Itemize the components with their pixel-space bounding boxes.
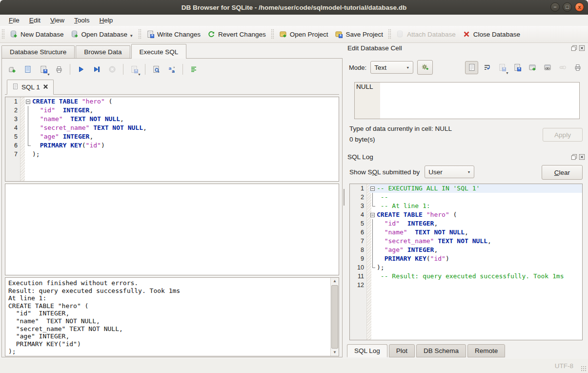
dock-tab-remote[interactable]: Remote: [467, 344, 505, 357]
tab-execute-sql[interactable]: Execute SQL: [131, 44, 187, 59]
chevron-down-icon[interactable]: ▼: [138, 73, 141, 76]
toolbar-handle[interactable]: [388, 29, 391, 40]
menu-tools[interactable]: Tools: [69, 16, 95, 25]
button-label: New Database: [20, 31, 64, 38]
dock-tab-sql-log[interactable]: SQL Log: [347, 344, 387, 357]
toolbar-handle[interactable]: [138, 29, 142, 40]
cell-print-button[interactable]: [571, 61, 584, 74]
open-database-button[interactable]: Open Database▼: [67, 28, 137, 40]
toolbar-handle[interactable]: [271, 29, 274, 40]
line-number: 6: [5, 141, 20, 150]
menu-help[interactable]: Help: [95, 16, 118, 25]
attach-database-icon: [396, 30, 404, 38]
cell-import-button[interactable]: ▼: [495, 61, 508, 74]
revert-changes-button[interactable]: Revert Changes: [204, 28, 269, 40]
cell-export-button[interactable]: [526, 61, 539, 74]
submitter-select[interactable]: User ▼: [425, 166, 474, 178]
sql-open-file-icon: [24, 65, 32, 73]
sql-save-results-button[interactable]: ▼: [128, 63, 141, 76]
chevron-down-icon[interactable]: ▼: [129, 34, 133, 38]
cell-null-icon: [559, 63, 567, 71]
sql-tab-bar: SQL 1: [5, 79, 339, 95]
sql-format-button[interactable]: [187, 63, 200, 76]
dock-float-icon[interactable]: [571, 45, 577, 51]
open-project-icon: [279, 30, 287, 38]
text-mode-button[interactable]: [465, 61, 478, 74]
code-line: 7 "secret_name" TEXT NOT NULL,: [350, 237, 582, 246]
fold-marker-icon[interactable]: [369, 210, 377, 219]
cell-null-button[interactable]: [556, 61, 569, 74]
tab-database-structure[interactable]: Database Structure: [1, 45, 75, 59]
toolbar-handle[interactable]: [1, 29, 5, 40]
menu-file[interactable]: File: [4, 16, 24, 25]
clear-button[interactable]: Clear: [542, 165, 583, 180]
results-pane: [5, 184, 339, 275]
sql-open-file-button[interactable]: [21, 63, 34, 76]
code-text: "name" TEXT NOT NULL,: [32, 115, 339, 124]
edit-cell-title: Edit Database Cell: [347, 44, 402, 52]
scrollbar[interactable]: ▲ ▼: [330, 278, 339, 356]
sql-execute-button[interactable]: [75, 63, 87, 76]
chevron-down-icon[interactable]: ▼: [47, 73, 50, 76]
code-text: PRIMARY KEY("id"): [32, 141, 339, 150]
close-database-button[interactable]: Close Database: [459, 28, 524, 40]
scroll-down-icon[interactable]: ▼: [331, 349, 339, 356]
sql-find-replace-button[interactable]: aa: [165, 63, 178, 76]
sql-find-button[interactable]: [150, 63, 162, 76]
code-line: 6 "name" TEXT NOT NULL,: [350, 228, 582, 237]
line-number: 11: [350, 272, 366, 281]
sql-stop-button[interactable]: [106, 63, 119, 76]
write-changes-button[interactable]: Write Changes: [143, 28, 204, 40]
save-project-button[interactable]: Save Project: [331, 28, 386, 40]
fold-marker-icon[interactable]: [369, 184, 377, 193]
close-tab-icon[interactable]: [43, 83, 48, 91]
code-line: 5 "age" INTEGER,: [5, 132, 339, 141]
toolbar-separator: [145, 64, 145, 75]
scroll-thumb[interactable]: [331, 285, 338, 349]
dock-close-icon[interactable]: [579, 45, 585, 51]
sql-execute-line-button[interactable]: [90, 63, 103, 76]
new-database-button[interactable]: New Database: [6, 28, 67, 40]
sql-new-tab-button[interactable]: [6, 63, 19, 76]
fold-margin: [25, 106, 32, 115]
resize-grip[interactable]: [581, 366, 587, 372]
cell-editor[interactable]: NULL: [354, 82, 580, 119]
maximize-button[interactable]: □: [563, 2, 572, 12]
dock-tab-db-schema[interactable]: DB Schema: [416, 344, 466, 357]
auto-mode-button[interactable]: [417, 60, 433, 75]
dock-tab-plot[interactable]: Plot: [389, 344, 415, 357]
apply-button[interactable]: Apply: [543, 128, 583, 142]
close-button[interactable]: x: [575, 2, 584, 12]
tab-browse-data[interactable]: Browse Data: [76, 45, 130, 59]
sql-save-file-button[interactable]: ▼: [37, 63, 50, 76]
db-browser-window: DB Browser for SQLite - /home/user/code/…: [0, 0, 588, 373]
attach-database-button[interactable]: Attach Database: [393, 28, 459, 40]
code-line: 7);: [5, 150, 339, 159]
mode-select[interactable]: Text ▼: [370, 61, 413, 74]
code-line: 3 -- At line 1:: [350, 202, 582, 210]
menu-view[interactable]: View: [45, 16, 69, 25]
word-wrap-button[interactable]: [480, 61, 493, 74]
filter-label: Show SQL submitted by: [349, 168, 420, 176]
dock-float-icon[interactable]: [571, 154, 577, 160]
sql-print-button[interactable]: [53, 63, 65, 76]
dock-close-icon[interactable]: [579, 154, 585, 160]
open-project-button[interactable]: Open Project: [276, 28, 332, 40]
cell-link-button[interactable]: [541, 61, 554, 74]
title-bar[interactable]: DB Browser for SQLite - /home/user/code/…: [0, 0, 588, 15]
cell-value: NULL: [356, 83, 373, 90]
line-number: 8: [350, 246, 366, 254]
encoding-indicator[interactable]: UTF-8: [555, 362, 573, 370]
menu-edit[interactable]: Edit: [24, 16, 45, 25]
cell-save-button[interactable]: [510, 61, 524, 74]
fold-marker-icon[interactable]: [25, 97, 32, 106]
minimize-button[interactable]: −: [550, 2, 560, 12]
scroll-up-icon[interactable]: ▲: [331, 278, 339, 285]
sql-editor[interactable]: 1CREATE TABLE "hero" (2 "id" INTEGER,3 "…: [5, 97, 339, 182]
chevron-down-icon[interactable]: ▼: [506, 71, 509, 75]
code-text: -- Result: query executed successfully. …: [377, 272, 582, 281]
sql-log-view[interactable]: 1-- EXECUTING ALL IN 'SQL 1'2 --3 -- At …: [349, 184, 583, 340]
sql-tab[interactable]: SQL 1: [7, 80, 54, 95]
splitter-handle[interactable]: [345, 145, 587, 148]
code-line: 11 -- Result: query executed successfull…: [350, 272, 582, 281]
